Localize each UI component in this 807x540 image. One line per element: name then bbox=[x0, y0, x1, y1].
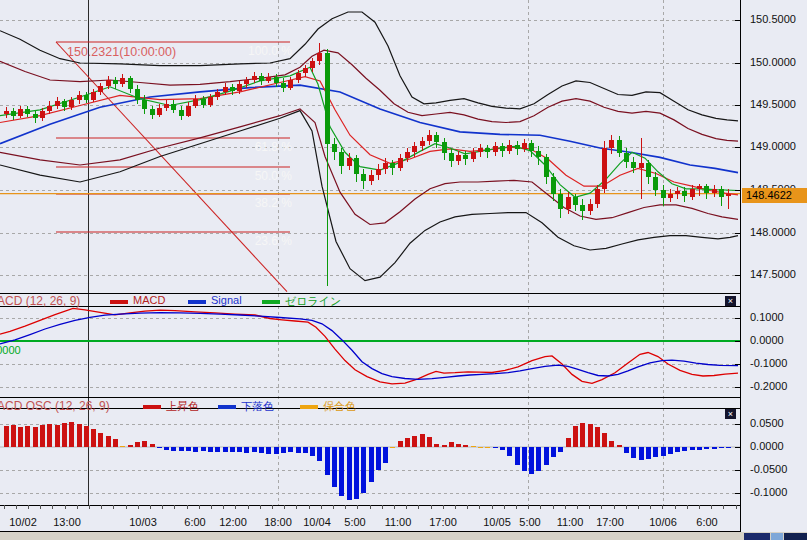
macd-panel-close-button[interactable]: × bbox=[725, 296, 736, 306]
price-axis-label: 149.0000 bbox=[750, 140, 796, 152]
osc-axis-label: -0.1000 bbox=[750, 486, 787, 498]
osc-axis-label: -0.0500 bbox=[750, 463, 787, 475]
macd-legend-macd: MACD bbox=[133, 294, 165, 306]
svg-text:23.6 %: 23.6 % bbox=[255, 234, 293, 248]
svg-text:38.2 %: 38.2 % bbox=[255, 196, 293, 210]
price-axis-label: 149.5000 bbox=[750, 98, 796, 110]
macd-axis-label: 0.0000 bbox=[750, 334, 784, 346]
time-axis-label: 10/04 bbox=[303, 516, 331, 528]
osc-flat-swatch-icon bbox=[300, 405, 318, 409]
time-axis-label: 12:00 bbox=[219, 516, 247, 528]
time-axis-label: 5:00 bbox=[519, 516, 540, 528]
svg-text:61.8 %: 61.8 % bbox=[255, 140, 293, 154]
osc-up-swatch-icon bbox=[143, 405, 161, 409]
time-axis-label: 10/03 bbox=[129, 516, 157, 528]
macd-axis-label: -0.2000 bbox=[750, 380, 787, 392]
time-axis-label: 17:00 bbox=[596, 516, 624, 528]
svg-text:50.0 %: 50.0 % bbox=[255, 169, 293, 183]
taskbar-chip bbox=[784, 533, 807, 540]
price-axis-label: 147.5000 bbox=[750, 268, 796, 280]
osc-down-swatch-icon bbox=[218, 405, 236, 409]
chart-window: { "layout": { "plot_w": 740, "main_botto… bbox=[0, 0, 807, 540]
taskbar-chip bbox=[744, 533, 770, 540]
macd-axis-label: 0.1000 bbox=[750, 311, 784, 323]
osc-panel-title: MACD OSC (12, 26, 9) bbox=[0, 399, 110, 413]
macd-axis-label: -0.1000 bbox=[750, 357, 787, 369]
macd-line-swatch-icon bbox=[110, 300, 128, 304]
macd-zero-value-label: 0.0000 bbox=[0, 344, 21, 356]
chart-plot-area[interactable]: 100.0 %61.8 %50.0 %38.2 %23.6 %150.2321(… bbox=[0, 0, 740, 532]
time-axis-label: 6:00 bbox=[184, 516, 205, 528]
macd-legend-zeroline: ゼロライン bbox=[285, 294, 341, 309]
time-axis-label: 11:00 bbox=[557, 516, 584, 528]
taskbar-chip bbox=[771, 533, 783, 540]
time-axis-label: 10/05 bbox=[483, 516, 511, 528]
time-axis[interactable]: 10/0213:0010/036:0012:0018:0010/045:0011… bbox=[0, 506, 740, 532]
bottom-strip bbox=[0, 532, 807, 540]
price-axis-label: 150.0000 bbox=[750, 56, 796, 68]
price-axis[interactable]: -0.1000-0.05000.00000.0500-0.2000-0.1000… bbox=[740, 0, 807, 532]
time-axis-label: 17:00 bbox=[429, 516, 457, 528]
osc-axis-label: 0.0000 bbox=[750, 440, 784, 452]
high-annotation: 150.2321(10:00:00) bbox=[67, 45, 176, 59]
macd-legend-signal: Signal bbox=[211, 294, 242, 306]
time-axis-label: 18:00 bbox=[264, 516, 292, 528]
current-price-badge: 148.4622 bbox=[742, 188, 807, 203]
time-axis-label: 10/02 bbox=[9, 516, 37, 528]
osc-axis-label: 0.0500 bbox=[750, 417, 784, 429]
time-axis-label: 13:00 bbox=[53, 516, 81, 528]
macd-panel-title: MACD (12, 26, 9) bbox=[0, 294, 80, 308]
time-axis-label: 6:00 bbox=[696, 516, 717, 528]
osc-legend-up: 上昇色 bbox=[166, 399, 199, 414]
price-axis-label: 150.5000 bbox=[750, 13, 796, 25]
osc-legend-flat: 保合色 bbox=[323, 399, 356, 414]
osc-legend-down: 下落色 bbox=[241, 399, 274, 414]
svg-text:100.0 %: 100.0 % bbox=[248, 44, 292, 58]
price-axis-label: 148.0000 bbox=[750, 226, 796, 238]
time-axis-label: 10/06 bbox=[649, 516, 677, 528]
osc-panel-close-button[interactable]: × bbox=[725, 409, 736, 419]
time-axis-label: 11:00 bbox=[385, 516, 412, 528]
signal-line-swatch-icon bbox=[188, 300, 206, 304]
time-axis-label: 5:00 bbox=[344, 516, 365, 528]
zero-line-swatch-icon bbox=[262, 300, 280, 304]
